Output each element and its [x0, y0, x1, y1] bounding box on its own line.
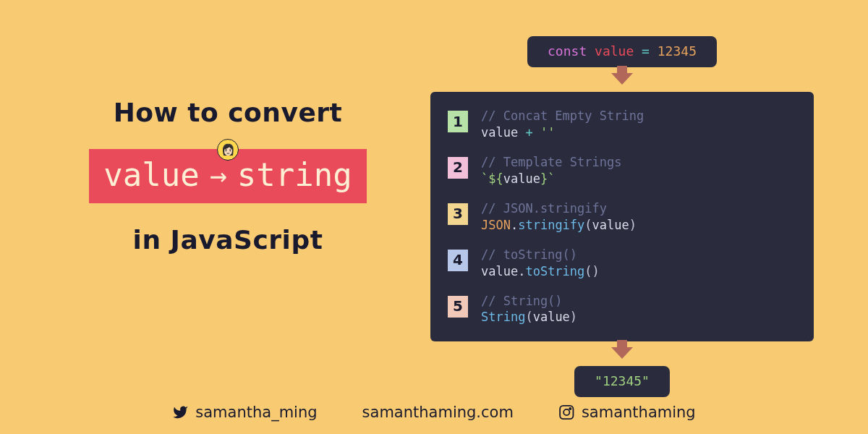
social-footer: samantha_ming samanthaming.com samantham… [172, 404, 695, 421]
flow-arrow-bottom [430, 341, 814, 362]
code-comment: // Template Strings [481, 154, 621, 171]
method-code: // Template Strings`${value}` [481, 154, 621, 187]
svg-point-2 [569, 408, 571, 409]
method-code: // Concat Empty Stringvalue + '' [481, 108, 644, 141]
code-line: JSON.stringify(value) [481, 217, 637, 234]
code-line: value.toString() [481, 263, 600, 280]
conversion-pill: 👩🏻 value → string [89, 149, 367, 203]
method-number-badge: 1 [448, 111, 468, 132]
number-literal: 12345 [658, 43, 697, 59]
method-number-badge: 3 [448, 203, 468, 225]
code-comment: // JSON.stringify [481, 200, 637, 217]
title-line-2: in JavaScript [72, 225, 383, 255]
code-comment: // String() [481, 293, 577, 310]
method-row: 1// Concat Empty Stringvalue + '' [448, 108, 793, 141]
social-website[interactable]: samanthaming.com [362, 404, 514, 421]
code-comment: // toString() [481, 247, 600, 263]
var-name: value [595, 43, 634, 59]
methods-panel: 1// Concat Empty Stringvalue + ''2// Tem… [430, 92, 814, 341]
code-diagram: const value = 12345 1// Concat Empty Str… [430, 36, 814, 397]
code-comment: // Concat Empty String [481, 108, 644, 124]
declaration-box: const value = 12345 [527, 36, 717, 67]
method-number-badge: 4 [448, 250, 468, 271]
website-url: samanthaming.com [362, 404, 514, 421]
instagram-icon [558, 404, 574, 420]
avatar-icon: 👩🏻 [217, 139, 239, 161]
method-number-badge: 5 [448, 296, 468, 318]
result-box: "12345" [574, 366, 670, 397]
method-code: // String()String(value) [481, 293, 577, 326]
method-row: 3// JSON.stringifyJSON.stringify(value) [448, 200, 793, 234]
code-line: `${value}` [481, 171, 621, 187]
svg-point-1 [563, 409, 569, 415]
instagram-handle: samanthaming [582, 404, 696, 421]
title-line-1: How to convert [72, 98, 383, 127]
social-twitter[interactable]: samantha_ming [172, 404, 317, 421]
method-number-badge: 2 [448, 157, 468, 179]
pill-value-text: value [103, 156, 199, 193]
code-line: String(value) [481, 309, 577, 326]
method-row: 4// toString()value.toString() [448, 247, 793, 280]
method-row: 2// Template Strings`${value}` [448, 154, 793, 187]
twitter-handle: samantha_ming [195, 404, 317, 421]
code-line: value + '' [481, 124, 644, 141]
operator-equals: = [642, 43, 650, 59]
keyword-const: const [548, 43, 587, 59]
social-instagram[interactable]: samanthaming [558, 404, 696, 421]
pill-string-text: string [237, 156, 352, 193]
flow-arrow-top [430, 67, 814, 88]
arrow-right-icon: → [210, 161, 227, 190]
method-row: 5// String()String(value) [448, 293, 793, 326]
twitter-icon [172, 404, 188, 420]
method-code: // toString()value.toString() [481, 247, 600, 280]
title-block: How to convert 👩🏻 value → string in Java… [72, 98, 383, 255]
method-code: // JSON.stringifyJSON.stringify(value) [481, 200, 637, 234]
